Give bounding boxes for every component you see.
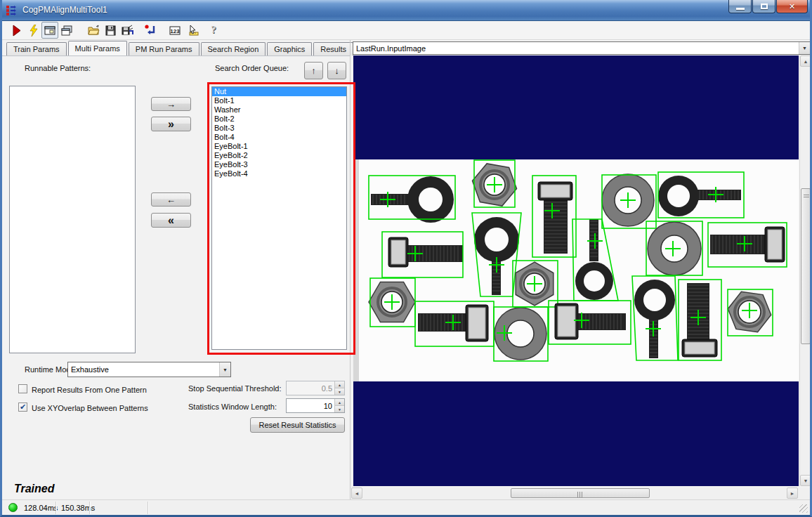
down-arrow-icon: ↓ — [334, 66, 339, 75]
run-status-icon — [8, 503, 18, 512]
svg-text:123: 123 — [170, 28, 180, 34]
tab-multi-params[interactable]: Multi Params — [68, 41, 127, 55]
tab-strip: Train ParamsMulti ParamsPM Run ParamsSea… — [6, 41, 355, 55]
minimize-icon — [736, 8, 745, 10]
stats-window-label: Statistics Window Length: — [188, 403, 277, 411]
horizontal-scroll-thumb[interactable] — [511, 488, 650, 498]
horizontal-scrollbar[interactable]: ◄ ► — [351, 487, 799, 499]
spinner-down-icon[interactable]: ▼ — [335, 406, 344, 412]
scroll-left-icon[interactable]: ◄ — [351, 487, 362, 499]
xy-overlap-label: Use XYOverlap Between Patterns — [32, 404, 148, 412]
window-title: CogPMAlignMultiTool1 — [22, 5, 107, 15]
stop-threshold-spinner: 0.5 ▲▼ — [286, 381, 345, 395]
display-image-value: LastRun.InputImage — [353, 44, 799, 53]
open-file-icon — [88, 25, 100, 37]
toolbar: 123?? — [2, 21, 810, 40]
tab-results[interactable]: Results — [313, 42, 353, 55]
add-pattern-button[interactable]: → — [151, 97, 191, 111]
tabpage-divider — [2, 55, 350, 56]
reset-result-statistics-button[interactable]: Reset Result Statistics — [250, 417, 345, 433]
remove-all-patterns-button[interactable]: « — [151, 213, 191, 228]
status-separator — [148, 502, 148, 514]
scroll-down-icon[interactable]: ▼ — [800, 475, 811, 486]
status-separator — [89, 502, 90, 514]
resize-grip[interactable] — [799, 504, 808, 513]
show-tool-image-icon — [44, 25, 56, 37]
show-values-icon: 123 — [169, 25, 181, 37]
runnable-patterns-list[interactable] — [9, 86, 136, 353]
annotation-rectangle — [207, 82, 355, 355]
search-order-queue-label: Search Order Queue: — [215, 64, 289, 72]
stop-threshold-value: 0.5 — [287, 381, 334, 395]
double-right-arrow-icon: » — [168, 119, 174, 130]
maximize-button[interactable] — [752, 0, 775, 13]
help-icon: ?? — [209, 25, 221, 37]
tab-train-params[interactable]: Train Params — [6, 42, 67, 55]
close-icon: ✕ — [789, 2, 795, 11]
tab-pm-run-params[interactable]: PM Run Params — [129, 42, 199, 55]
electric-run-icon — [27, 25, 39, 37]
stop-threshold-label: Stop Sequential Threshold: — [188, 384, 282, 393]
run-time-value: 128.04ms — [24, 504, 58, 512]
toolbar-help-button[interactable]: ?? — [206, 22, 223, 39]
right-arrow-icon: → — [166, 100, 176, 109]
thumb-grip — [804, 195, 809, 199]
toolbar-open-file-button[interactable] — [85, 22, 102, 39]
save-as-file-icon — [122, 25, 133, 37]
maximize-icon — [761, 4, 768, 9]
left-arrow-icon: ← — [166, 195, 176, 204]
close-button[interactable]: ✕ — [776, 0, 808, 13]
stats-window-value: 10 — [287, 399, 334, 412]
up-arrow-icon: ↑ — [311, 66, 316, 75]
thumb-grip — [577, 492, 583, 497]
xy-overlap-checkbox[interactable] — [18, 403, 27, 412]
vertical-scrollbar[interactable]: ▲ ▼ — [799, 55, 811, 486]
toolbar-electric-run-button[interactable] — [25, 22, 41, 39]
measure-pointer-icon — [188, 25, 199, 37]
runtime-mode-select[interactable]: Exhaustive ▼ — [67, 362, 231, 377]
image-display[interactable] — [353, 55, 799, 486]
stats-window-spinner[interactable]: 10 ▲▼ — [286, 398, 345, 413]
reset-tool-icon — [144, 25, 156, 37]
svg-text:?: ? — [211, 25, 216, 35]
chevron-down-icon: ▼ — [799, 42, 810, 54]
toolbar-run-button[interactable] — [8, 22, 25, 39]
double-left-arrow-icon: « — [168, 215, 174, 226]
chevron-down-icon: ▼ — [219, 362, 230, 377]
save-file-icon — [105, 25, 117, 37]
report-one-pattern-checkbox[interactable] — [18, 384, 27, 393]
inspection-image — [353, 55, 799, 486]
toolbar-measure-pointer-button[interactable] — [185, 22, 202, 39]
toolbar-reset-tool-button[interactable] — [141, 22, 158, 39]
spinner-down-icon: ▼ — [335, 388, 344, 395]
scroll-up-icon[interactable]: ▲ — [800, 55, 811, 67]
toolbar-save-file-button[interactable] — [102, 22, 119, 39]
runnable-patterns-label: Runnable Patterns: — [25, 64, 91, 72]
spinner-up-icon[interactable]: ▲ — [335, 399, 344, 406]
scrollbar-corner — [799, 487, 812, 499]
float-tool-image-icon — [61, 25, 73, 37]
titlebar[interactable]: CogPMAlignMultiTool1 ✕ — [0, 0, 812, 21]
trained-status-label: Trained — [14, 483, 55, 495]
display-image-select[interactable]: LastRun.InputImage ▼ — [353, 41, 811, 55]
add-all-patterns-button[interactable]: » — [151, 117, 191, 131]
vertical-scroll-thumb[interactable] — [801, 188, 811, 344]
runtime-mode-value: Exhaustive — [68, 365, 219, 374]
queue-move-up-button[interactable]: ↑ — [304, 62, 323, 79]
toolbar-save-as-file-button[interactable] — [119, 22, 136, 39]
queue-move-down-button[interactable]: ↓ — [327, 62, 346, 79]
run-icon — [11, 25, 22, 37]
remove-pattern-button[interactable]: ← — [151, 192, 191, 207]
total-time-value: 150.38ms — [61, 504, 95, 512]
app-icon — [6, 5, 18, 16]
toolbar-float-tool-image-button[interactable] — [58, 22, 75, 39]
scroll-right-icon[interactable]: ► — [787, 487, 798, 499]
minimize-button[interactable] — [728, 0, 752, 13]
toolbar-show-values-button[interactable]: 123 — [166, 22, 183, 39]
tab-graphics[interactable]: Graphics — [267, 42, 312, 55]
toolbar-show-tool-image-button[interactable] — [41, 22, 58, 39]
report-one-pattern-label: Report Results From One Pattern — [32, 386, 147, 394]
status-bar: 128.04ms 150.38ms — [2, 499, 810, 515]
status-separator — [55, 502, 56, 514]
tab-search-region[interactable]: Search Region — [201, 42, 266, 55]
